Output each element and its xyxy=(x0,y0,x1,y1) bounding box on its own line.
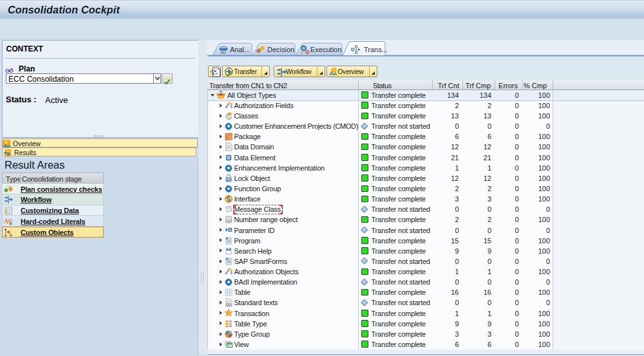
svg-text:123: 123 xyxy=(226,220,231,223)
svg-text:A: A xyxy=(4,218,9,225)
svg-text:B: B xyxy=(9,219,12,223)
